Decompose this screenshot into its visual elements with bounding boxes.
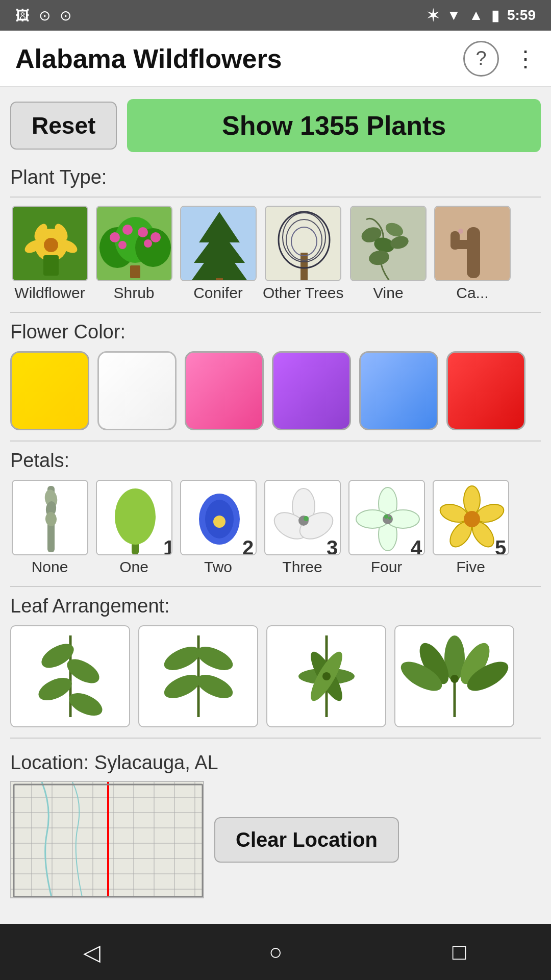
other-trees-label: Other Trees	[263, 284, 343, 302]
status-icons-right: ✶ ▼ ▲ ▮ 5:59	[427, 7, 536, 24]
flower-color-section: Flower Color:	[10, 321, 541, 435]
menu-button[interactable]: ⋮	[514, 45, 536, 71]
vine-label: Vine	[373, 284, 404, 302]
petal-three[interactable]: 3 Three	[263, 480, 342, 576]
svg-point-94	[322, 672, 331, 680]
svg-point-102	[450, 675, 459, 683]
color-yellow[interactable]	[10, 351, 89, 430]
plant-type-shrub[interactable]: Shrub	[94, 206, 173, 302]
plant-type-section: Plant Type: Wildflower	[10, 166, 541, 307]
location-content: Clear Location	[10, 781, 541, 898]
petal-one[interactable]: 1 One	[94, 480, 173, 576]
svg-point-2	[44, 238, 58, 252]
leaf-row	[10, 625, 541, 732]
plant-type-wildflower[interactable]: Wildflower	[10, 206, 89, 302]
show-plants-button[interactable]: Show 1355 Plants	[127, 99, 541, 152]
svg-rect-23	[300, 253, 308, 281]
svg-rect-3	[43, 255, 59, 276]
divider-color-petals	[10, 440, 541, 442]
location-map	[10, 781, 204, 898]
bluetooth-icon: ✶	[427, 7, 439, 24]
svg-point-67	[388, 517, 391, 520]
svg-rect-21	[216, 278, 223, 281]
status-bar: 🖼 ⊙ ⊙ ✶ ▼ ▲ ▮ 5:59	[0, 0, 551, 31]
svg-point-58	[304, 516, 309, 521]
leaf-whorled[interactable]	[266, 625, 386, 727]
petals-title: Petals:	[10, 450, 541, 472]
main-content: Reset Show 1355 Plants Plant Type:	[0, 87, 551, 911]
petal-five-label: Five	[456, 558, 485, 576]
action-row: Reset Show 1355 Plants	[10, 99, 541, 152]
color-pink[interactable]	[185, 351, 264, 430]
leaf-arrangement-title: Leaf Arrangement:	[10, 595, 541, 617]
clear-location-button[interactable]: Clear Location	[214, 817, 399, 863]
svg-rect-35	[467, 227, 480, 278]
back-button[interactable]: ◁	[71, 932, 112, 972]
leaf-opposite[interactable]	[138, 625, 258, 727]
svg-point-17	[144, 239, 152, 248]
svg-point-15	[151, 232, 161, 242]
color-white[interactable]	[97, 351, 177, 430]
reset-button[interactable]: Reset	[10, 102, 117, 150]
svg-point-14	[138, 227, 148, 237]
petal-five[interactable]: 5 Five	[431, 480, 510, 576]
svg-point-16	[118, 241, 127, 249]
app-bar-icons: ? ⋮	[463, 41, 536, 77]
color-purple[interactable]	[272, 351, 351, 430]
bottom-nav: ◁ ○ □	[0, 924, 551, 980]
divider-plant-color	[10, 312, 541, 313]
petals-section: Petals: None	[10, 450, 541, 581]
svg-text:4: 4	[411, 536, 422, 555]
color-blue[interactable]	[359, 351, 438, 430]
plant-type-title: Plant Type:	[10, 166, 541, 188]
divider-petals-leaf	[10, 586, 541, 587]
time-display: 5:59	[507, 7, 536, 23]
color-red[interactable]	[446, 351, 525, 430]
svg-point-38	[458, 229, 463, 234]
svg-point-13	[122, 225, 133, 235]
home-icon: ○	[269, 939, 283, 965]
svg-point-46	[115, 488, 156, 545]
flower-color-title: Flower Color:	[10, 321, 541, 343]
leaf-arrangement-section: Leaf Arrangement:	[10, 595, 541, 732]
android-icon-1: ⊙	[39, 7, 51, 24]
svg-rect-37	[450, 231, 460, 250]
petal-none-label: None	[32, 558, 68, 576]
plant-type-cactus[interactable]: Ca...	[433, 206, 512, 302]
signal-icon: ▲	[469, 7, 483, 23]
svg-point-66	[384, 514, 388, 519]
conifer-label: Conifer	[193, 284, 243, 302]
svg-text:2: 2	[242, 536, 254, 555]
petal-three-label: Three	[282, 558, 322, 576]
more-icon: ⋮	[514, 46, 536, 71]
petal-four[interactable]: 4 Four	[347, 480, 426, 576]
divider-leaf-location	[10, 738, 541, 739]
plant-type-row: Wildflower	[10, 206, 541, 307]
back-icon: ◁	[83, 939, 101, 965]
leaf-palmate[interactable]	[394, 625, 514, 727]
leaf-alternate[interactable]	[10, 625, 130, 727]
home-button[interactable]: ○	[255, 932, 296, 972]
cactus-label: Ca...	[456, 284, 488, 302]
app-bar: Alabama Wildflowers ? ⋮	[0, 31, 551, 87]
location-section: Location: Sylacauga, AL	[10, 747, 541, 898]
petals-row: None 1 One	[10, 480, 541, 581]
plant-type-conifer[interactable]: Conifer	[179, 206, 258, 302]
petal-two-label: Two	[204, 558, 232, 576]
status-icons-left: 🖼 ⊙ ⊙	[15, 7, 71, 24]
recents-button[interactable]: □	[439, 932, 480, 972]
help-button[interactable]: ?	[463, 41, 499, 77]
petal-two[interactable]: 2 Two	[179, 480, 258, 576]
shrub-label: Shrub	[113, 284, 154, 302]
svg-point-12	[110, 232, 120, 242]
plant-type-vine[interactable]: Vine	[348, 206, 428, 302]
battery-icon: ▮	[491, 7, 499, 24]
wifi-icon: ▼	[447, 7, 461, 23]
image-icon: 🖼	[15, 7, 30, 24]
help-icon: ?	[475, 47, 486, 69]
plant-type-other-trees[interactable]: Other Trees	[263, 206, 343, 302]
svg-point-75	[464, 511, 480, 527]
svg-point-70	[464, 486, 480, 514]
app-title: Alabama Wildflowers	[15, 43, 282, 74]
petal-none[interactable]: None	[10, 480, 89, 576]
